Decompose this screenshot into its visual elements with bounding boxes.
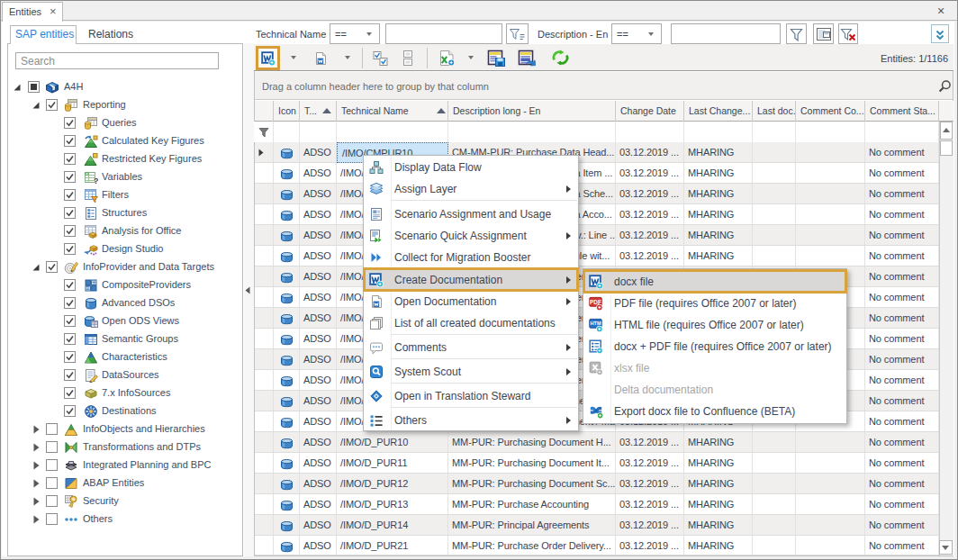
svg-text:PDF: PDF	[590, 299, 601, 305]
svg-text:HTM: HTM	[590, 321, 601, 326]
svg-text:?: ?	[94, 176, 98, 185]
